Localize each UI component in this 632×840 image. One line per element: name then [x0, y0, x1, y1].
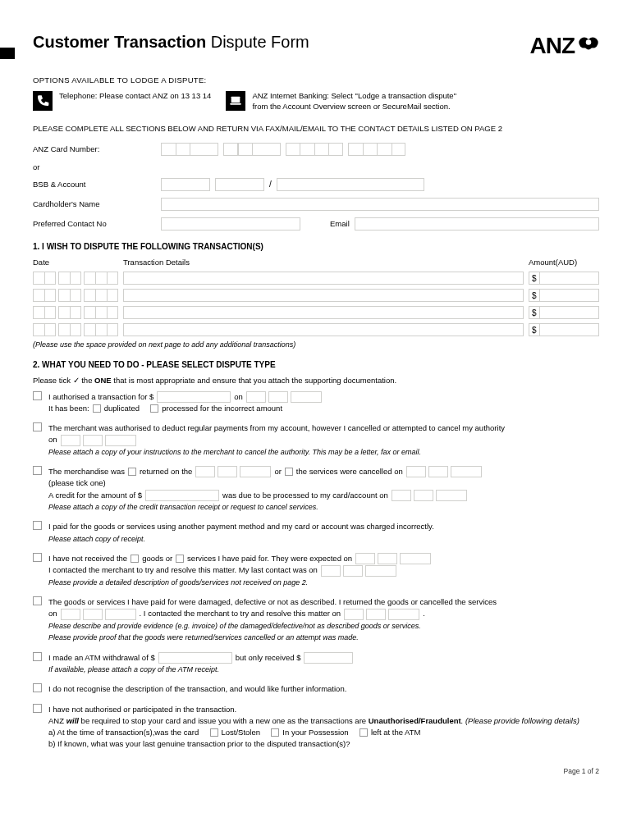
d3-credit-amount-input[interactable]	[145, 490, 219, 501]
or-label: or	[33, 162, 156, 171]
tx-date-dd[interactable]	[33, 272, 56, 285]
d7-received-input[interactable]	[304, 652, 353, 664]
internet-option-text: ANZ Internet Banking: Select "Lodge a tr…	[252, 91, 456, 112]
page-footer: Page 1 of 2	[33, 767, 599, 775]
completion-instruction: PLEASE COMPLETE ALL SECTIONS BELOW AND R…	[33, 124, 599, 133]
bsb-label: BSB & Account	[33, 180, 156, 189]
anz-logo: ANZ	[529, 33, 599, 59]
tx-date-yyyy[interactable]	[84, 272, 118, 285]
tx-amount-input[interactable]	[539, 272, 599, 285]
section-1-note: (Please use the space provided on next p…	[33, 340, 599, 349]
cardholder-name-input[interactable]	[161, 198, 599, 211]
laptop-icon	[226, 91, 245, 111]
dispute-8-checkbox[interactable]	[33, 683, 42, 692]
card-seg-1[interactable]	[161, 143, 218, 156]
header-accent-bar	[0, 48, 15, 59]
d9-lost-checkbox[interactable]	[210, 728, 218, 737]
dispute-7-checkbox[interactable]	[33, 652, 42, 661]
card-seg-3[interactable]	[286, 143, 343, 156]
d5-services-checkbox[interactable]	[176, 555, 184, 563]
contact-input[interactable]	[161, 217, 300, 231]
d1-incorrect-checkbox[interactable]	[150, 404, 158, 413]
card-number-label: ANZ Card Number:	[33, 144, 156, 153]
dispute-6-checkbox[interactable]	[33, 596, 42, 605]
d9-atm-checkbox[interactable]	[360, 728, 368, 737]
transaction-row: $	[33, 289, 599, 302]
card-seg-2[interactable]	[223, 143, 281, 156]
transaction-row: $	[33, 272, 599, 285]
tx-date-mm[interactable]	[58, 272, 81, 285]
transaction-row: $	[33, 323, 599, 336]
dispute-3-checkbox[interactable]	[33, 466, 42, 475]
dispute-4-checkbox[interactable]	[33, 521, 42, 530]
card-seg-4[interactable]	[348, 143, 405, 156]
d1-duplicated-checkbox[interactable]	[93, 404, 101, 413]
d1-amount-input[interactable]	[157, 391, 231, 403]
section-2-intro: Please tick ✓ the ONE that is most appro…	[33, 376, 599, 385]
dispute-9-checkbox[interactable]	[33, 704, 42, 713]
tx-details-input[interactable]	[123, 272, 524, 285]
svg-point-2	[586, 39, 592, 45]
d9-possession-checkbox[interactable]	[271, 728, 279, 737]
section-2-heading: 2. WHAT YOU NEED TO DO - PLEASE SELECT D…	[33, 360, 599, 369]
svg-rect-3	[231, 97, 240, 103]
dispute-1-checkbox[interactable]	[33, 391, 42, 400]
dispute-2-checkbox[interactable]	[33, 422, 42, 431]
anz-logo-icon	[578, 35, 599, 57]
account-left-input[interactable]	[215, 178, 264, 191]
phone-option-text: Telephone: Please contact ANZ on 13 13 1…	[59, 91, 211, 102]
section-1-heading: 1. I WISH TO DISPUTE THE FOLLOWING TRANS…	[33, 242, 599, 251]
account-right-input[interactable]	[277, 178, 424, 191]
col-date: Date	[33, 258, 118, 267]
bsb-input[interactable]	[161, 178, 210, 191]
email-label: Email	[330, 219, 350, 228]
transaction-row: $	[33, 306, 599, 319]
col-details: Transaction Details	[123, 258, 524, 267]
d7-withdrawal-input[interactable]	[158, 652, 232, 664]
contact-label: Preferred Contact No	[33, 219, 156, 228]
email-input[interactable]	[355, 217, 599, 231]
col-amount: Amount(AUD)	[529, 258, 599, 267]
account-slash: /	[269, 180, 272, 189]
dispute-5-checkbox[interactable]	[33, 553, 42, 562]
d3-returned-checkbox[interactable]	[128, 468, 136, 476]
phone-icon	[33, 91, 53, 111]
d3-cancelled-checkbox[interactable]	[285, 468, 293, 476]
d5-goods-checkbox[interactable]	[131, 555, 139, 563]
svg-rect-4	[231, 103, 241, 105]
page-title: Customer Transaction Dispute Form	[33, 33, 309, 52]
cardholder-name-label: Cardholder's Name	[33, 199, 156, 208]
options-heading: OPTIONS AVAILABLE TO LODGE A DISPUTE:	[33, 75, 599, 84]
